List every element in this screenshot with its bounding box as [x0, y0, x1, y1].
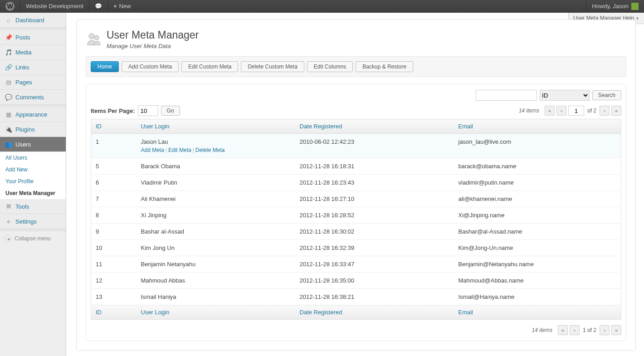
menu-links[interactable]: 🔗Links	[0, 60, 66, 75]
tab-edit-custom-meta[interactable]: Edit Custom Meta	[181, 61, 238, 72]
cell-login: Mahmoud Abbas	[137, 273, 295, 289]
cell-email: ali@khamenei.name	[454, 191, 621, 207]
col-email-header[interactable]: Email	[454, 119, 621, 134]
items-per-page-go[interactable]: Go	[161, 106, 180, 116]
search-field-select[interactable]: ID	[540, 90, 590, 101]
appearance-icon: ▦	[5, 110, 13, 118]
submenu-add-new[interactable]: Add New	[0, 164, 66, 176]
row-add-meta[interactable]: Add Meta	[141, 147, 164, 153]
collapse-menu[interactable]: ◂Collapse menu	[0, 231, 66, 246]
search-input[interactable]	[476, 90, 537, 101]
submenu-all-users[interactable]: All Users	[0, 152, 66, 164]
items-count: 14 items	[519, 107, 539, 114]
menu-tools[interactable]: 🛠Tools	[0, 199, 66, 214]
menu-comments[interactable]: 💬Comments	[0, 90, 66, 105]
table-row[interactable]: 12Mahmoud Abbas2012-11-28 16:35:00Mahmou…	[91, 273, 621, 289]
menu-settings[interactable]: ⎆Settings	[0, 214, 66, 229]
new-content-menu[interactable]: +New	[108, 0, 137, 12]
table-row[interactable]: 8Xi Jinping2012-11-28 16:28:52Xi@Jinping…	[91, 207, 621, 224]
submenu-your-profile[interactable]: Your Profile	[0, 176, 66, 187]
users-submenu: All Users Add New Your Profile User Meta…	[0, 152, 66, 199]
col-login-header[interactable]: User Login	[137, 119, 295, 134]
cell-date: 2012-11-28 16:23:43	[295, 175, 454, 191]
page-subtitle: Manage User Meta Data	[107, 43, 199, 49]
search-button[interactable]: Search	[592, 90, 621, 100]
table-row[interactable]: 11Benjamin Netanyahu2012-11-28 16:33:47B…	[91, 256, 621, 273]
account-menu[interactable]: Howdy, Jason	[586, 0, 644, 12]
pager-next-bottom[interactable]: ›	[600, 325, 610, 335]
menu-appearance[interactable]: ▦Appearance	[0, 107, 66, 122]
table-row[interactable]: 13Ismail Haniya2012-11-28 16:38:21Ismail…	[91, 289, 621, 305]
wp-logo-menu[interactable]: W	[0, 0, 20, 12]
cell-id: 9	[91, 224, 137, 240]
cell-email: vladimir@putin.name	[454, 175, 621, 191]
svg-point-0	[89, 34, 94, 39]
col-email-footer[interactable]: Email	[454, 305, 621, 320]
tab-add-custom-meta[interactable]: Add Custom Meta	[122, 61, 179, 72]
plugin-icon: 🔌	[5, 125, 13, 133]
menu-plugins[interactable]: 🔌Plugins	[0, 122, 66, 137]
menu-dashboard[interactable]: ⌂Dashboard	[0, 13, 66, 28]
pager-prev-bottom[interactable]: ‹	[570, 325, 580, 335]
menu-pages[interactable]: ▤Pages	[0, 75, 66, 90]
chevron-down-icon: ▼	[635, 16, 639, 21]
pager-page-input[interactable]	[568, 106, 584, 116]
cell-email: Bashar@al-Assad.name	[454, 224, 621, 240]
link-icon: 🔗	[5, 63, 13, 71]
users-icon: 👥	[5, 140, 13, 148]
page-header: User Meta Manager Manage User Meta Data	[77, 29, 635, 56]
col-id-header[interactable]: ID	[91, 119, 137, 134]
pager-prev[interactable]: ‹	[556, 106, 566, 116]
pager-first[interactable]: «	[545, 106, 555, 116]
tab-home[interactable]: Home	[91, 61, 119, 72]
wordpress-icon: W	[5, 2, 15, 11]
cell-id: 7	[91, 191, 137, 207]
tab-backup-restore[interactable]: Backup & Restore	[356, 61, 413, 72]
cell-id: 11	[91, 256, 137, 273]
tab-delete-custom-meta[interactable]: Delete Custom Meta	[241, 61, 304, 72]
submenu-user-meta-manager[interactable]: User Meta Manager	[0, 187, 66, 199]
menu-posts[interactable]: 📌Posts	[0, 30, 66, 45]
home-icon: ⌂	[5, 16, 13, 24]
table-row[interactable]: 1Jason LauAdd Meta|Edit Meta|Delete Meta…	[91, 134, 621, 158]
col-date-header[interactable]: Date Registered	[295, 119, 454, 134]
pager-first-bottom[interactable]: «	[558, 325, 568, 335]
cell-date: 2012-11-28 16:38:21	[295, 289, 454, 305]
table-row[interactable]: 9Bashar al-Assad2012-11-28 16:30:02Basha…	[91, 224, 621, 240]
table-row[interactable]: 5Barack Obama2012-11-28 16:18:31barack@o…	[91, 158, 621, 175]
table-row[interactable]: 6Vladimir Putin2012-11-28 16:23:43vladim…	[91, 175, 621, 191]
table-row[interactable]: 10Kim Jong Un2012-11-28 16:32:39Kim@Jong…	[91, 240, 621, 256]
menu-media[interactable]: 🎵Media	[0, 45, 66, 60]
cell-login: Xi Jinping	[137, 207, 295, 224]
tab-bar: Home Add Custom Meta Edit Custom Meta De…	[86, 56, 626, 77]
cell-date: 2012-11-28 16:28:52	[295, 207, 454, 224]
pager-last-bottom[interactable]: »	[611, 325, 621, 335]
cell-date: 2012-11-28 16:35:00	[295, 273, 454, 289]
tab-edit-columns[interactable]: Edit Columns	[307, 61, 353, 72]
col-id-footer[interactable]: ID	[91, 305, 137, 320]
items-per-page-input[interactable]	[138, 105, 158, 116]
admin-bar: W Website Development 💬 +New Howdy, Jaso…	[0, 0, 644, 13]
comments-menu[interactable]: 💬	[89, 0, 108, 12]
col-date-footer[interactable]: Date Registered	[295, 305, 454, 320]
cell-id: 12	[91, 273, 137, 289]
cell-login: Bashar al-Assad	[137, 224, 295, 240]
comment-icon: 💬	[5, 93, 13, 101]
cell-date: 2012-11-28 16:27:10	[295, 191, 454, 207]
row-edit-meta[interactable]: Edit Meta	[168, 147, 191, 153]
col-login-footer[interactable]: User Login	[137, 305, 295, 320]
site-name-menu[interactable]: Website Development	[20, 0, 89, 12]
row-delete-meta[interactable]: Delete Meta	[195, 147, 225, 153]
menu-users[interactable]: 👥Users	[0, 137, 66, 152]
pin-icon: 📌	[5, 33, 13, 41]
pager-next[interactable]: ›	[600, 106, 610, 116]
cell-login: Benjamin Netanyahu	[137, 256, 295, 273]
table-row[interactable]: 7Ali Khamenei2012-11-28 16:27:10ali@kham…	[91, 191, 621, 207]
items-count-bottom: 14 items	[532, 327, 552, 333]
cell-email: jason_lau@live.com	[454, 134, 621, 158]
plus-icon: +	[113, 3, 117, 10]
cell-date: 2012-11-28 16:33:47	[295, 256, 454, 273]
cell-id: 10	[91, 240, 137, 256]
cell-email: Ismail@Haniya.name	[454, 289, 621, 305]
pager-last[interactable]: »	[611, 106, 621, 116]
